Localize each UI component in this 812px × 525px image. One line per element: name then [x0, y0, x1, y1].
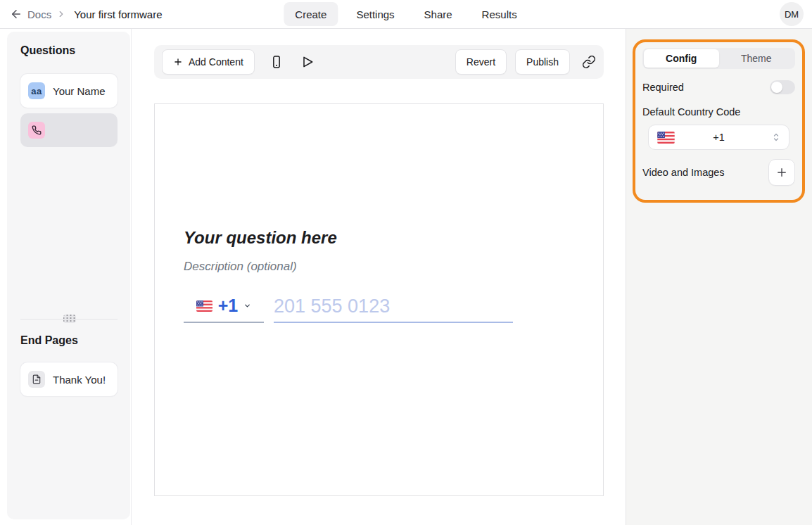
questions-heading: Questions	[20, 44, 75, 57]
phone-field: +1	[184, 296, 513, 323]
plus-icon	[775, 166, 788, 179]
questions-sidebar: Questions aa Your Name End Pages Thank Y…	[7, 32, 130, 519]
main-nav-tabs: Create Settings Share Results	[284, 2, 528, 26]
video-and-images-label: Video and Images	[642, 167, 725, 178]
tab-theme[interactable]: Theme	[719, 49, 794, 68]
back-button[interactable]	[10, 8, 23, 20]
question-item-phone[interactable]	[20, 113, 118, 147]
question-description-editor[interactable]: Description (optional)	[184, 260, 297, 274]
select-caret-icon	[772, 132, 780, 142]
builder-center-column: Add Content Revert Publish Your question…	[131, 29, 626, 525]
name-field-icon: aa	[28, 82, 45, 99]
add-content-label: Add Content	[189, 56, 243, 68]
chevron-right-icon	[56, 9, 66, 19]
required-toggle[interactable]	[770, 80, 795, 94]
config-theme-tabs: Config Theme	[642, 48, 795, 69]
form-preview-canvas: Your question here Description (optional…	[154, 103, 604, 496]
arrow-left-icon	[10, 8, 23, 20]
tab-settings[interactable]: Settings	[345, 2, 405, 26]
chevron-down-icon	[243, 302, 251, 310]
country-code-value: +1	[649, 132, 789, 143]
default-country-code-label: Default Country Code	[642, 106, 740, 118]
question-item-your-name[interactable]: aa Your Name	[20, 74, 118, 108]
tab-results[interactable]: Results	[471, 2, 528, 26]
toggle-knob	[771, 82, 782, 93]
publish-button[interactable]: Publish	[515, 49, 570, 75]
tab-share[interactable]: Share	[413, 2, 464, 26]
phone-icon	[28, 122, 45, 139]
play-icon	[300, 55, 315, 69]
config-panel-highlight-ring: Config Theme Required Default Country Co…	[633, 39, 805, 203]
config-panel-area: Config Theme Required Default Country Co…	[626, 29, 812, 525]
end-pages-heading: End Pages	[20, 334, 78, 347]
form-title: Your first formware	[74, 8, 162, 20]
end-page-item-thank-you[interactable]: Thank You!	[20, 362, 118, 396]
required-label: Required	[642, 82, 684, 93]
document-icon	[28, 371, 45, 388]
country-code-selector[interactable]: +1	[184, 297, 264, 323]
tab-create[interactable]: Create	[284, 2, 338, 26]
question-title-editor[interactable]: Your question here	[184, 228, 337, 248]
mobile-preview-button[interactable]	[269, 55, 284, 69]
us-flag-icon	[196, 301, 212, 312]
phone-number-group	[274, 296, 513, 323]
question-item-label: Your Name	[53, 85, 106, 97]
revert-button[interactable]: Revert	[455, 49, 507, 75]
link-icon	[582, 55, 596, 69]
avatar[interactable]: DM	[780, 2, 804, 26]
tab-config[interactable]: Config	[644, 49, 719, 68]
phone-number-input[interactable]	[274, 296, 513, 322]
country-code-select[interactable]: +1	[648, 125, 789, 150]
drag-handle[interactable]	[63, 315, 76, 323]
preview-play-button[interactable]	[300, 55, 315, 69]
smartphone-icon	[269, 55, 284, 69]
builder-toolbar: Add Content Revert Publish	[154, 45, 604, 79]
breadcrumb: Docs Your first formware	[10, 0, 163, 28]
end-page-item-label: Thank You!	[53, 374, 106, 386]
plus-icon	[173, 57, 183, 67]
dial-code-value: +1	[218, 297, 239, 315]
top-bar: Docs Your first formware Create Settings…	[0, 0, 812, 29]
add-media-button[interactable]	[768, 159, 795, 186]
add-content-button[interactable]: Add Content	[162, 49, 255, 75]
copy-link-button[interactable]	[582, 55, 596, 69]
breadcrumb-docs-link[interactable]: Docs	[27, 8, 51, 20]
